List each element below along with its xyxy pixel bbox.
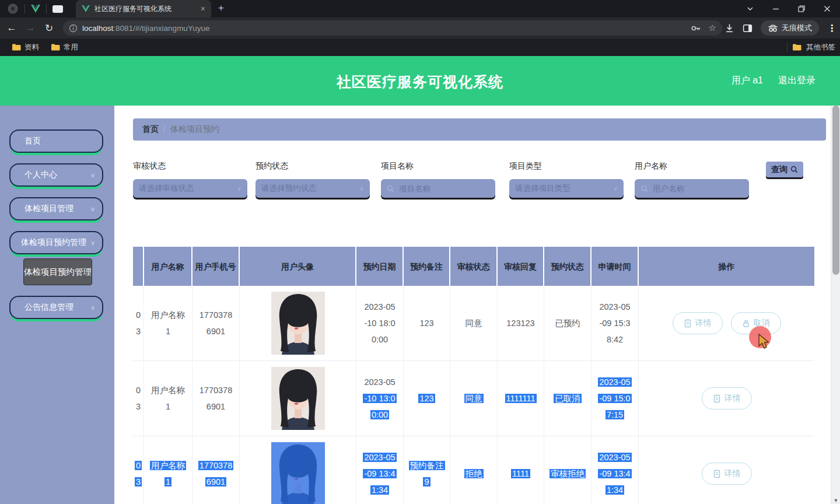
- cell-audit-reply: 1111111: [498, 361, 544, 436]
- cell-remark: 预约备注9: [404, 436, 450, 504]
- address-bar[interactable]: localhost:8081/#/tijianxiangmuYuyue ☆: [63, 20, 722, 36]
- download-icon[interactable]: [724, 23, 734, 33]
- detail-button[interactable]: 详情: [702, 387, 752, 410]
- app-title: 社区医疗服务可视化系统: [0, 72, 840, 92]
- sidebar-item-announcement-management[interactable]: 公告信息管理 ∨: [9, 296, 103, 319]
- side-panel-icon[interactable]: [743, 23, 752, 33]
- cell-booking-status: 已预约: [544, 286, 592, 360]
- chevron-down-icon: ∨: [613, 185, 618, 192]
- tab-close-icon[interactable]: ×: [201, 5, 205, 13]
- cell-line: 2023-05: [599, 299, 630, 315]
- window-controls: [737, 0, 840, 18]
- cell-line: 1111111: [505, 390, 537, 407]
- user-avatar: [271, 292, 325, 355]
- forward-button[interactable]: →: [21, 22, 40, 34]
- filter-project-name: 项目名称: [381, 161, 495, 173]
- table-row: 03用户名称1177037869012023-05-10 18:00:00123…: [133, 286, 814, 361]
- column-header: 审核回复: [498, 247, 544, 286]
- cell-line: 0:00: [370, 407, 389, 423]
- cell-line: 0: [136, 382, 141, 398]
- cell-line: 8:42: [607, 331, 623, 348]
- logout-link[interactable]: 退出登录: [778, 75, 816, 87]
- cell-line: 1770378: [200, 382, 232, 398]
- sidebar-item-label: 首页: [24, 136, 41, 146]
- folder-icon: [792, 43, 802, 51]
- cell-line: 1: [166, 323, 170, 340]
- breadcrumb-home[interactable]: 首页: [142, 124, 159, 135]
- cell-line: 已取消: [554, 390, 582, 407]
- filter-project-type: 项目类型 请选择项目类型 ∨: [509, 161, 624, 173]
- minimize-button[interactable]: [763, 0, 789, 18]
- incognito-badge[interactable]: 无痕模式: [761, 20, 819, 36]
- incognito-icon: [768, 24, 778, 32]
- sidebar-item-checkup-project-management[interactable]: 体检项目管理 ∨: [9, 197, 103, 220]
- booking-status-select[interactable]: 请选择预约状态 ∨: [256, 179, 370, 198]
- vertical-scrollbar[interactable]: ▼: [831, 106, 840, 504]
- divider: [24, 4, 25, 13]
- sidebar-item-checkup-reservation-management[interactable]: 体检项目预约管理 ∨: [9, 231, 103, 254]
- cell-line: 2023-05: [598, 374, 631, 390]
- vue-logo-icon[interactable]: [31, 5, 40, 13]
- scrollbar-thumb[interactable]: [832, 106, 839, 275]
- cell-line: 3: [136, 323, 141, 340]
- sidebar-item-home[interactable]: 首页: [9, 130, 103, 153]
- column-header: 预约状态: [544, 247, 592, 286]
- select-placeholder: 请选择项目类型: [515, 183, 613, 194]
- app-header-right: 用户 a1 退出登录: [732, 56, 816, 106]
- back-button[interactable]: ←: [2, 22, 21, 34]
- column-header: 预约备注: [404, 247, 450, 286]
- browser-menu-icon[interactable]: ⋮: [827, 23, 836, 34]
- cell-line: 123: [419, 315, 433, 331]
- restore-button[interactable]: [789, 0, 814, 18]
- column-header: 用户手机号: [192, 247, 240, 286]
- cell-booking-status: 审核拒绝: [544, 436, 592, 504]
- pinned-tab-icon[interactable]: [52, 5, 63, 13]
- cell-id: 03: [133, 286, 144, 360]
- cell-line: 用户名称: [151, 307, 185, 323]
- new-tab-button[interactable]: +: [218, 2, 224, 14]
- cell-actions: 详情: [639, 361, 814, 436]
- cell-line: 1770378: [198, 457, 233, 474]
- project-type-select[interactable]: 请选择项目类型 ∨: [509, 179, 624, 198]
- cell-line: 拒绝: [464, 466, 484, 482]
- chevron-down-icon: ∨: [90, 205, 95, 213]
- cell-line: 1770378: [200, 307, 232, 323]
- query-button[interactable]: 查询: [766, 162, 803, 177]
- sidebar-item-personal-center[interactable]: 个人中心 ∨: [9, 163, 103, 187]
- cell-audit-status: 同意: [450, 286, 498, 360]
- chromium-logo-icon[interactable]: [7, 3, 19, 15]
- bookmark-folder[interactable]: 资料: [12, 43, 39, 52]
- site-info-icon[interactable]: [69, 24, 78, 33]
- cell-date: 2023-05-10 13:00:00: [356, 361, 404, 436]
- password-key-icon[interactable]: [691, 23, 701, 33]
- project-name-input[interactable]: [398, 184, 489, 194]
- sidebar-submenu-item-checkup-reservation[interactable]: 体检项目预约管理: [23, 258, 92, 285]
- toolbar-right: 无痕模式 ⋮: [724, 18, 836, 38]
- bookmark-star-icon[interactable]: ☆: [709, 23, 716, 33]
- cell-remark: 123: [404, 286, 450, 360]
- browser-tab[interactable]: 社区医疗服务可视化系统 ×: [76, 0, 211, 18]
- button-label: 详情: [724, 393, 741, 404]
- audit-status-select[interactable]: 请选择审核状态 ∨: [133, 179, 247, 198]
- cell-line: -10 13:0: [363, 390, 396, 407]
- folder-icon: [12, 43, 21, 51]
- scrollbar-down-arrow-icon[interactable]: ▼: [831, 498, 840, 503]
- tab-search-button[interactable]: [737, 0, 763, 18]
- user-name-input-box[interactable]: [635, 179, 749, 198]
- cell-remark: 123: [404, 361, 450, 436]
- other-bookmarks[interactable]: 其他书签: [787, 43, 835, 52]
- cell-line: 3: [136, 398, 141, 415]
- bookmark-folder[interactable]: 常用: [51, 43, 78, 52]
- button-label: 详情: [724, 468, 741, 479]
- folder-icon: [51, 43, 60, 51]
- cell-line: -09 15:0: [598, 390, 631, 407]
- current-user-label[interactable]: 用户 a1: [732, 75, 763, 87]
- column-header: [133, 247, 144, 286]
- close-window-button[interactable]: [814, 0, 840, 18]
- detail-button[interactable]: 详情: [673, 312, 723, 334]
- detail-button[interactable]: 详情: [702, 463, 752, 485]
- project-name-input-box[interactable]: [381, 179, 495, 198]
- user-name-input[interactable]: [652, 184, 743, 194]
- reload-button[interactable]: ↻: [40, 22, 58, 34]
- url-host: localhost: [82, 24, 113, 33]
